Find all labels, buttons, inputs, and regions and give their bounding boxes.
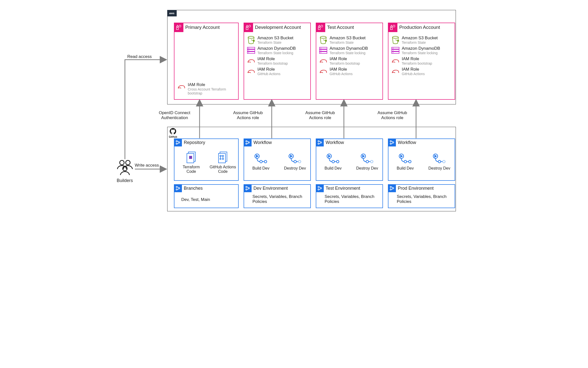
svg-point-18 [325,40,326,42]
svg-point-70 [392,142,394,143]
svg-point-59 [318,141,319,142]
svg-point-75 [438,160,441,163]
aws-logo-icon: aws [167,10,177,16]
svg-point-26 [393,25,395,27]
svg-point-49 [178,188,180,189]
svg-point-73 [409,160,411,163]
s3-bucket-icon [320,36,327,44]
svg-rect-5 [246,28,248,30]
pipeline-icon [174,138,182,146]
env-body: Secrets, Variables, Branch Policies [253,194,302,204]
users-icon [115,159,135,177]
svg-point-61 [320,142,321,143]
terraform-code-label: Terraform Code [179,165,204,174]
pipeline-icon [316,184,324,192]
account-icon [174,23,183,32]
pipeline-icon [388,184,396,192]
svg-point-36 [176,143,177,144]
svg-point-27 [392,36,398,38]
account-icon [316,23,325,32]
workflow-test: WorkflowBuild DevDestroy Dev [316,138,383,181]
workflow-dev: WorkflowBuild DevDestroy Dev [244,138,311,181]
svg-point-81 [318,189,319,190]
env-body: Secrets, Variables, Branch Policies [325,194,374,204]
svg-point-17 [320,36,326,38]
svg-point-80 [318,186,319,188]
svg-point-67 [371,160,373,163]
svg-point-79 [248,188,249,189]
repository-title: Repository [184,140,205,145]
s3-bucket-icon [247,36,255,44]
account-primary: Primary Account IAM Role Cross Account T… [174,23,239,100]
svg-point-7 [248,36,254,38]
svg-point-54 [260,160,262,163]
iam-role-icon [177,82,186,91]
svg-point-72 [404,160,407,163]
edge-read-access: Read access [127,54,152,59]
env-body: Secrets, Variables, Branch Policies [397,194,447,204]
iam-role-sub: Cross Account Terraform bootstrap [188,87,233,95]
account-prod: Production Account Amazon S3 BucketTerra… [388,23,455,100]
svg-point-78 [246,189,247,190]
edge-assume-prod: Assume GitHub Actions role [374,110,411,121]
svg-rect-40 [189,156,192,159]
dynamodb-icon [319,47,327,54]
iam-role-icon [319,58,327,64]
svg-point-64 [336,160,339,163]
svg-point-76 [443,160,445,163]
svg-point-66 [366,160,369,163]
github-logo-icon: GitHub [169,128,177,138]
env-test: Test Environment Secrets, Variables, Bra… [316,184,383,208]
svg-point-63 [332,160,334,163]
svg-point-55 [264,160,267,163]
builders-actor: Builders [112,159,137,183]
repository-box: Repository Terraform Code GitHub Actions… [174,138,239,181]
iam-role-icon [247,58,255,64]
edge-openid: OpenID Connect Authentication [156,110,193,121]
edge-assume-dev: Assume GitHub Actions role [229,110,267,121]
svg-point-35 [176,141,177,142]
account-icon [388,23,397,32]
pipeline-icon [174,184,182,192]
svg-rect-3 [176,28,178,30]
svg-point-16 [321,25,323,27]
account-icon [244,23,253,32]
svg-rect-25 [390,28,392,30]
branches-box: Branches Dev, Test, Main [174,184,239,208]
iam-role-icon [319,68,327,74]
account-test: Test Account Amazon S3 BucketTerraform S… [316,23,383,100]
env-title: Dev Environment [254,186,288,191]
svg-point-51 [246,143,247,144]
file-icon [217,151,228,164]
pipeline-icon [244,184,252,192]
account-dev: Development Account Amazon S3 BucketTerr… [244,23,311,100]
svg-point-8 [253,40,254,42]
svg-point-37 [178,142,180,143]
svg-rect-42 [218,153,225,163]
svg-point-1 [126,160,130,165]
svg-point-52 [248,142,249,143]
iam-role-icon [247,68,255,74]
branches-title: Branches [184,186,203,191]
account-title: Production Account [399,25,440,30]
iam-role-icon [391,68,400,74]
gha-code-label: GitHub Actions Code [209,165,237,174]
svg-point-4 [179,25,181,27]
dynamodb-icon [247,47,255,54]
s3-bucket-icon [392,36,399,44]
account-title: Primary Account [185,25,220,30]
architecture-diagram: Builders aws Primary Account IAM Role Cr… [110,5,478,214]
iam-role-icon [391,58,400,64]
svg-point-58 [298,160,301,163]
svg-point-0 [120,160,124,165]
workflow-prod: WorkflowBuild DevDestroy Dev [388,138,455,181]
file-icon [186,151,197,164]
svg-point-85 [392,188,394,189]
edge-write-access: Write access [135,163,159,168]
svg-point-50 [246,141,247,142]
env-dev: Dev Environment Secrets, Variables, Bran… [244,184,311,208]
env-title: Test Environment [326,186,360,191]
svg-point-47 [176,186,177,188]
dynamodb-icon [391,47,400,54]
svg-point-6 [249,25,251,27]
